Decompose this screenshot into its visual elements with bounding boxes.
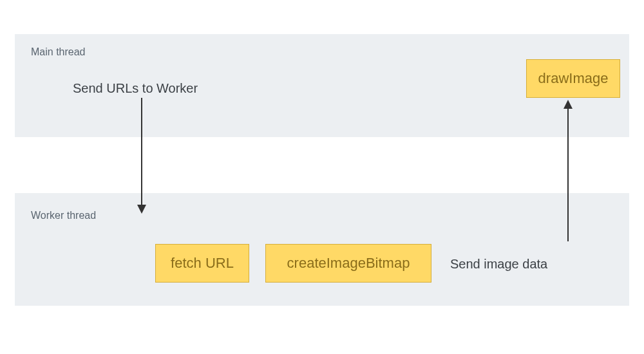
arrow-up-icon	[555, 100, 581, 241]
drawimage-box: drawImage	[526, 59, 620, 98]
send-image-data-step-label: Send image data	[450, 257, 547, 272]
fetch-url-box: fetch URL	[155, 244, 249, 283]
send-urls-step-label: Send URLs to Worker	[73, 81, 198, 96]
svg-marker-3	[564, 100, 573, 109]
createimagebitmap-box-text: createImageBitmap	[287, 255, 410, 272]
svg-marker-1	[137, 205, 146, 214]
worker-thread-label: Worker thread	[31, 210, 96, 221]
arrow-down-icon	[129, 98, 155, 214]
main-thread-label: Main thread	[31, 46, 86, 58]
createimagebitmap-box: createImageBitmap	[265, 244, 431, 283]
drawimage-box-text: drawImage	[538, 70, 609, 87]
fetch-url-box-text: fetch URL	[171, 255, 234, 272]
